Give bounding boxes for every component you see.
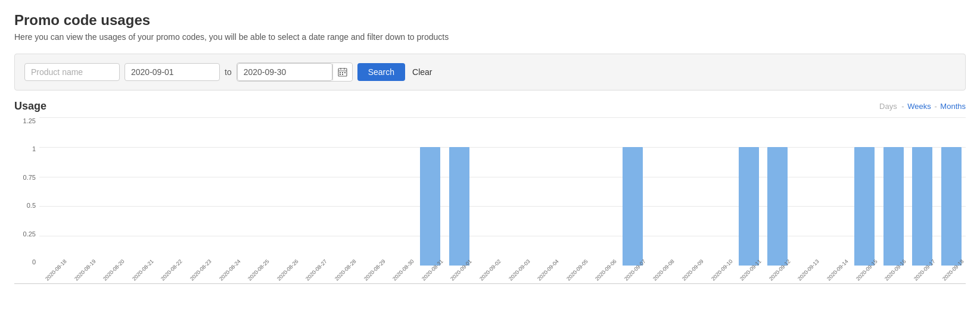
bar-slot: [879, 117, 908, 266]
page-subtitle: Here you can view the usages of your pro…: [14, 32, 966, 42]
date-from-input[interactable]: [125, 63, 220, 81]
bar: [912, 147, 932, 266]
days-label: Days: [879, 102, 897, 111]
bar-slot: [850, 117, 879, 266]
date-to-wrapper: [237, 63, 353, 82]
weeks-link[interactable]: Weeks: [907, 102, 931, 111]
bar-slot: [242, 117, 271, 266]
calendar-icon-button[interactable]: [332, 64, 352, 80]
date-to-input[interactable]: [237, 63, 332, 81]
bar-slot: [444, 117, 474, 266]
bar-slot: [126, 117, 155, 266]
bar: [449, 147, 469, 266]
bar-slot: [474, 117, 503, 266]
bar: [420, 147, 440, 266]
bar-slot: [69, 117, 98, 266]
svg-rect-6: [344, 72, 346, 73]
separator-2: -: [934, 102, 939, 111]
chart-area: [39, 117, 966, 266]
bar-slot: [503, 117, 532, 266]
bar-slot: [618, 117, 648, 266]
x-axis: 2020-08-182020-08-192020-08-202020-08-21…: [39, 266, 966, 283]
search-button[interactable]: Search: [357, 63, 405, 81]
y-axis-label: 0.75: [23, 174, 36, 181]
bar: [941, 147, 962, 266]
chart-section: Usage Days - Weeks - Months 1.2510.750.5…: [14, 100, 966, 284]
y-axis-label: 1.25: [23, 117, 36, 124]
bar-slot: [937, 117, 966, 266]
bar-slot: [387, 117, 416, 266]
bar-slot: [329, 117, 358, 266]
bar-slot: [908, 117, 937, 266]
bar-slot: [792, 117, 821, 266]
chart-controls: Days - Weeks - Months: [878, 102, 966, 111]
y-axis-label: 0.25: [23, 230, 36, 238]
separator-1: -: [901, 102, 906, 111]
bar-slot: [416, 117, 445, 266]
y-axis-label: 0: [32, 258, 36, 266]
bar-slot: [647, 117, 676, 266]
bar-slot: [734, 117, 763, 266]
bar-slot: [97, 117, 126, 266]
bar-slot: [184, 117, 213, 266]
chart-header: Usage Days - Weeks - Months: [14, 100, 966, 113]
filter-bar: to Search Clear: [14, 54, 966, 90]
product-name-input[interactable]: [24, 63, 120, 81]
bar-slot: [705, 117, 735, 266]
bar-slot: [213, 117, 242, 266]
svg-rect-8: [342, 74, 343, 75]
bar-slot: [358, 117, 387, 266]
bar: [739, 147, 759, 266]
clear-button[interactable]: Clear: [410, 63, 434, 81]
svg-rect-7: [340, 74, 341, 75]
bar: [767, 147, 788, 266]
bar-slot: [155, 117, 184, 266]
bar-slot: [821, 117, 850, 266]
bar-slot: [561, 117, 590, 266]
bar-slot: [300, 117, 329, 266]
bar-slot: [531, 117, 561, 266]
bar-slot: [271, 117, 300, 266]
chart-wrapper: 1.2510.750.50.250 2020-08-182020-08-1920…: [14, 117, 966, 284]
bar: [623, 147, 643, 266]
bar-slot: [763, 117, 792, 266]
page-title: Promo code usages: [14, 12, 966, 29]
calendar-icon: [338, 67, 347, 77]
bar: [854, 147, 875, 266]
svg-rect-4: [340, 72, 341, 73]
to-label: to: [225, 67, 232, 77]
svg-rect-5: [342, 72, 343, 73]
page-container: Promo code usages Here you can view the …: [0, 0, 980, 284]
y-axis-label: 0.5: [27, 202, 36, 209]
bars-container: [39, 117, 966, 266]
bar-slot: [39, 117, 69, 266]
y-axis: 1.2510.750.50.250: [14, 117, 39, 266]
months-link[interactable]: Months: [940, 102, 966, 111]
bar-slot: [676, 117, 705, 266]
bar: [883, 147, 904, 266]
y-axis-label: 1: [32, 145, 36, 152]
bar-slot: [589, 117, 618, 266]
chart-title: Usage: [14, 100, 46, 113]
